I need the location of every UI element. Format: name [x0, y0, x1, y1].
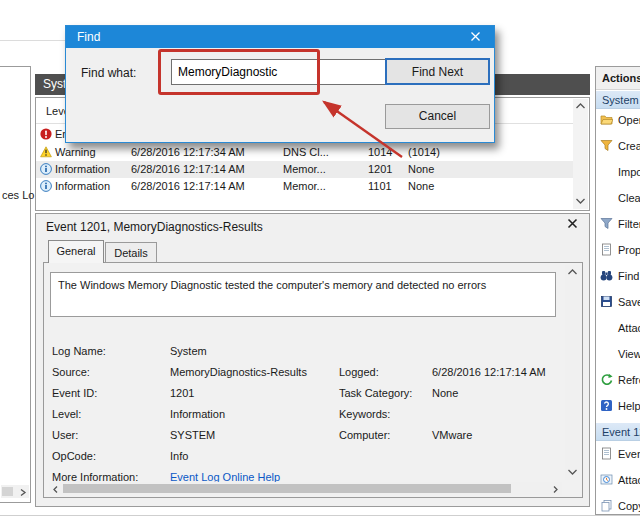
- field-label: Task Category:: [339, 387, 429, 399]
- warning-icon: [40, 146, 52, 158]
- action-label: Refresh: [618, 374, 640, 386]
- details-horizontal-scrollbar[interactable]: [49, 482, 562, 495]
- scrollbar-thumb[interactable]: [63, 484, 511, 493]
- error-icon: [40, 128, 52, 140]
- info-icon: [40, 163, 52, 175]
- action-open-saved-log[interactable]: Open Saved Log...: [596, 111, 640, 129]
- event-date: 6/28/2016 12:17:34 AM: [131, 146, 245, 158]
- refresh-icon: [600, 373, 613, 386]
- scroll-down-icon[interactable]: [567, 466, 578, 478]
- cancel-button[interactable]: Cancel: [385, 104, 490, 129]
- field-source: Source: MemoryDiagnostics-Results: [52, 366, 332, 384]
- scrollbar-thumb[interactable]: [2, 487, 13, 496]
- field-value: Info: [170, 450, 188, 462]
- tab-details[interactable]: Details: [105, 242, 157, 262]
- scroll-down-icon[interactable]: [575, 195, 586, 207]
- field-label: Logged:: [339, 366, 429, 378]
- tab-general[interactable]: General: [48, 240, 104, 263]
- event-row-information-selected[interactable]: Information 6/28/2016 12:17:14 AM Memor.…: [36, 161, 573, 178]
- field-label: Level:: [52, 408, 167, 420]
- action-attach-task-to-log[interactable]: Attach a Task To this Log...: [596, 319, 640, 337]
- action-attach-task-to-event[interactable]: Attach Task To This Event...: [596, 471, 640, 489]
- find-dialog-title: Find: [77, 30, 100, 44]
- tree-item-applications-services-logs[interactable]: ces Lo: [2, 189, 34, 201]
- find-next-button[interactable]: Find Next: [385, 58, 490, 85]
- action-clear-log[interactable]: Clear Log...: [596, 189, 640, 207]
- event-source: Memor...: [283, 180, 326, 192]
- event-source: DNS Cl...: [283, 146, 329, 158]
- action-label: Clear Log...: [618, 192, 640, 204]
- field-keywords: Keywords:: [339, 408, 569, 426]
- scroll-up-icon[interactable]: [567, 267, 578, 279]
- tree-horizontal-scrollbar[interactable]: [1, 485, 29, 498]
- details-close-icon[interactable]: [567, 218, 583, 234]
- action-help[interactable]: Help: [596, 397, 640, 415]
- action-label: Save All Events As...: [618, 296, 640, 308]
- action-label: Import Custom View...: [618, 166, 640, 178]
- field-value: SYSTEM: [170, 429, 215, 441]
- event-row-warning[interactable]: Warning 6/28/2016 12:17:34 AM DNS Cl... …: [36, 144, 573, 161]
- action-copy[interactable]: Copy: [596, 497, 640, 515]
- actions-section-system[interactable]: System: [596, 91, 640, 109]
- scroll-left-icon[interactable]: [51, 484, 60, 496]
- action-label: Attach a Task To this Log...: [618, 322, 640, 334]
- field-label: Log Name:: [52, 345, 167, 357]
- action-properties[interactable]: Properties: [596, 241, 640, 259]
- action-label: Help: [618, 400, 640, 412]
- help-icon: [600, 399, 613, 412]
- actions-panel: Actions System Open Saved Log... Create …: [595, 66, 640, 515]
- action-label: Event Properties: [618, 448, 640, 460]
- event-id: 1101: [368, 180, 392, 192]
- filter-icon: [600, 217, 613, 230]
- action-find[interactable]: Find...: [596, 267, 640, 285]
- action-label: Find...: [618, 270, 640, 282]
- event-level: Information: [55, 180, 110, 192]
- field-label: OpCode:: [52, 450, 167, 462]
- event-row-information[interactable]: Information 6/28/2016 12:17:14 AM Memor.…: [36, 178, 573, 195]
- field-value: None: [432, 387, 458, 399]
- action-label: Filter Current Log...: [618, 218, 640, 230]
- field-task-category: Task Category: None: [339, 387, 569, 405]
- action-view[interactable]: View: [596, 345, 640, 363]
- close-icon[interactable]: [464, 31, 486, 44]
- action-label: Properties: [618, 244, 640, 256]
- action-label: Open Saved Log...: [618, 114, 640, 126]
- action-save-all-events[interactable]: Save All Events As...: [596, 293, 640, 311]
- action-label: View: [618, 348, 640, 360]
- copy-icon: [600, 499, 613, 512]
- action-create-custom-view[interactable]: Create Custom View...: [596, 137, 640, 155]
- find-what-label: Find what:: [81, 66, 136, 80]
- field-value: 6/28/2016 12:17:14 AM: [432, 366, 546, 378]
- action-import-custom-view[interactable]: Import Custom View...: [596, 163, 640, 181]
- scroll-right-icon[interactable]: [551, 484, 560, 496]
- general-tab-content: The Windows Memory Diagnostic tested the…: [43, 262, 583, 498]
- field-label: Computer:: [339, 429, 429, 441]
- action-label: Create Custom View...: [618, 140, 640, 152]
- annotation-highlight-box: [158, 49, 320, 95]
- action-filter-current-log[interactable]: Filter Current Log...: [596, 215, 640, 233]
- field-event-id: Event ID: 1201: [52, 387, 332, 405]
- window-chrome-line: [0, 40, 65, 41]
- actions-section-event[interactable]: Event 1201, MemoryDiagnostics-Results: [596, 423, 640, 441]
- event-id: 1201: [368, 163, 392, 175]
- field-value: 1201: [170, 387, 194, 399]
- scroll-right-icon[interactable]: [17, 487, 28, 496]
- action-label: Copy: [618, 500, 640, 512]
- field-level: Level: Information: [52, 408, 332, 426]
- action-event-properties[interactable]: Event Properties: [596, 445, 640, 463]
- field-value: VMware: [432, 429, 472, 441]
- event-date: 6/28/2016 12:17:14 AM: [131, 163, 245, 175]
- open-folder-icon: [600, 113, 613, 126]
- properties-icon: [600, 243, 613, 256]
- action-refresh[interactable]: Refresh: [596, 371, 640, 389]
- details-pane-title: Event 1201, MemoryDiagnostics-Results: [46, 220, 263, 234]
- field-label: Keywords:: [339, 408, 429, 420]
- save-icon: [600, 295, 613, 308]
- field-logged: Logged: 6/28/2016 12:17:14 AM: [339, 366, 569, 384]
- event-date: 6/28/2016 12:17:14 AM: [131, 180, 245, 192]
- scroll-up-icon[interactable]: [575, 101, 586, 113]
- console-tree-pane: ces Lo: [0, 66, 31, 503]
- event-list-vertical-scrollbar[interactable]: [573, 99, 588, 209]
- field-opcode: OpCode: Info: [52, 450, 332, 468]
- field-label: Source:: [52, 366, 167, 378]
